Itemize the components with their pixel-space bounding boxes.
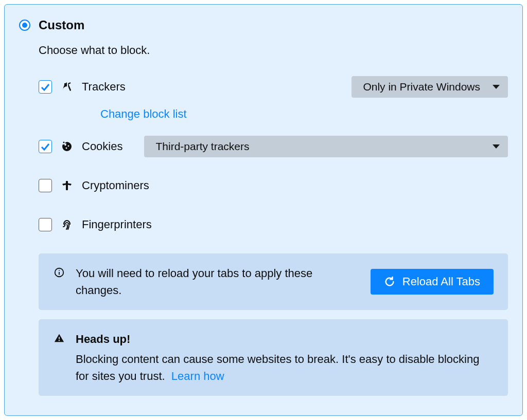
trackers-dropdown[interactable]: Only in Private Windows (352, 76, 508, 98)
cookies-label: Cookies (82, 140, 122, 153)
fingerprinters-icon (60, 218, 74, 231)
svg-rect-8 (66, 181, 68, 190)
cryptominers-icon (60, 179, 74, 192)
chevron-down-icon (493, 144, 500, 149)
cryptominers-row: Cryptominers (39, 173, 508, 198)
radio-dot-icon (22, 23, 27, 28)
warning-message: Heads up! Blocking content can cause som… (76, 331, 494, 385)
cookies-row: Cookies Third-party trackers (39, 134, 508, 159)
cookies-dropdown[interactable]: Third-party trackers (144, 136, 508, 157)
fingerprinters-checkbox[interactable] (39, 218, 52, 231)
svg-rect-12 (59, 337, 60, 339)
cookies-icon (60, 140, 74, 153)
svg-point-4 (66, 148, 67, 149)
learn-how-link[interactable]: Learn how (171, 370, 224, 382)
reload-notice-text: You will need to reload your tabs to app… (76, 265, 360, 299)
cookies-checkbox[interactable] (39, 140, 52, 153)
warning-notice: Heads up! Blocking content can cause som… (39, 319, 508, 396)
svg-point-7 (65, 142, 67, 144)
custom-tracking-panel: Custom Choose what to block. Trackers On… (4, 4, 523, 416)
svg-point-11 (59, 270, 60, 271)
warning-heading: Heads up! (76, 333, 130, 345)
reload-all-tabs-button[interactable]: Reload All Tabs (371, 269, 494, 295)
trackers-label: Trackers (82, 80, 126, 94)
chevron-down-icon (493, 85, 500, 89)
panel-subtitle: Choose what to block. (39, 44, 508, 57)
cookies-dropdown-value: Third-party trackers (155, 140, 249, 153)
svg-line-0 (68, 83, 71, 84)
info-icon (53, 267, 65, 278)
trackers-icon (60, 80, 74, 94)
trackers-dropdown-value: Only in Private Windows (363, 81, 480, 93)
warning-icon (53, 333, 65, 344)
panel-title: Custom (39, 18, 84, 32)
change-block-list-row: Change block list (58, 107, 508, 121)
custom-radio[interactable] (19, 20, 30, 31)
trackers-row: Trackers Only in Private Windows (39, 75, 508, 99)
svg-point-3 (68, 145, 69, 147)
fingerprinters-label: Fingerprinters (82, 218, 152, 231)
trackers-checkbox[interactable] (39, 80, 52, 94)
cryptominers-checkbox[interactable] (39, 179, 52, 192)
panel-header: Custom (19, 18, 508, 32)
svg-point-6 (63, 142, 65, 143)
reload-notice: You will need to reload your tabs to app… (39, 253, 508, 310)
fingerprinters-row: Fingerprinters (39, 212, 508, 237)
cryptominers-label: Cryptominers (82, 179, 149, 192)
svg-point-13 (59, 340, 60, 341)
change-block-list-link[interactable]: Change block list (100, 107, 187, 120)
warning-text: Blocking content can cause some websites… (76, 353, 479, 382)
reload-icon (384, 276, 395, 287)
reload-button-label: Reload All Tabs (402, 275, 480, 288)
